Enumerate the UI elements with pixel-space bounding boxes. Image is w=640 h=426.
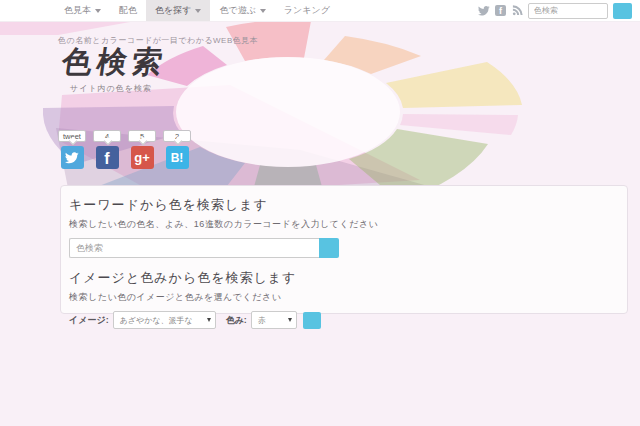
tone-select-label: 色み: — [226, 314, 247, 327]
googleplus-share-button[interactable]: g+ — [131, 146, 154, 169]
twitter-share-button[interactable] — [61, 146, 84, 169]
nav-item-color-schemes[interactable]: 配色 — [110, 0, 146, 21]
keyword-search-input[interactable] — [69, 238, 319, 258]
hatena-share-button[interactable]: B! — [166, 146, 189, 169]
hatena-count-bubble[interactable]: 2 — [163, 130, 191, 142]
twitter-bird-icon — [65, 152, 79, 164]
share-widget-googleplus: 5 g+ — [128, 130, 156, 169]
nav-spacer — [339, 0, 478, 21]
nav-item-ranking[interactable]: ランキング — [275, 0, 339, 21]
googleplus-count-bubble[interactable]: 5 — [128, 130, 156, 142]
keyword-input-group — [69, 238, 617, 258]
search-card: キーワードから色を検索します 検索したい色の色名、よみ、16進数のカラーコードを… — [60, 185, 628, 314]
nav-menu: 色見本 配色 色を探す 色で遊ぶ ランキング — [55, 0, 339, 21]
nav-item-color-samples[interactable]: 色見本 — [55, 0, 110, 21]
nav-item-label: ランキング — [284, 4, 330, 17]
top-navbar: 色見本 配色 色を探す 色で遊ぶ ランキング f — [0, 0, 640, 22]
keyword-search-button[interactable] — [319, 238, 339, 258]
nav-item-label: 色で遊ぶ — [219, 4, 255, 17]
site-logo[interactable]: 色検索 — [59, 42, 170, 83]
nav-item-label: 色見本 — [64, 4, 91, 17]
chevron-down-icon — [95, 9, 101, 13]
twitter-icon[interactable] — [478, 5, 490, 17]
image-select-value: あざやかな、派手な — [120, 315, 193, 326]
pinwheel-center — [176, 57, 400, 167]
tone-select[interactable]: 赤 — [251, 311, 297, 329]
nav-search-button[interactable] — [613, 3, 632, 19]
image-select-label: イメージ: — [69, 314, 109, 327]
petal-pale-pink — [400, 114, 518, 135]
facebook-icon[interactable]: f — [495, 5, 506, 16]
chevron-down-icon — [260, 9, 266, 13]
image-select[interactable]: あざやかな、派手な — [113, 311, 216, 329]
tone-select-value: 赤 — [258, 315, 266, 326]
share-widget-hatena: 2 B! — [163, 130, 191, 169]
nav-item-find-colors[interactable]: 色を探す — [146, 0, 210, 21]
share-widget-twitter: tweet — [58, 130, 86, 169]
rss-icon[interactable] — [511, 5, 523, 17]
nav-item-play-with-colors[interactable]: 色で遊ぶ — [210, 0, 274, 21]
image-search-description: 検索したい色のイメージと色みを選んでください — [69, 291, 617, 304]
facebook-count-bubble[interactable]: 4 — [93, 130, 121, 142]
share-row: tweet 4 f 5 g+ 2 B! — [58, 130, 191, 169]
pink-band-shape — [0, 22, 130, 35]
image-search-heading: イメージと色みから色を検索します — [69, 269, 617, 287]
facebook-share-button[interactable]: f — [96, 146, 119, 169]
nav-item-label: 色を探す — [155, 4, 191, 17]
share-widget-facebook: 4 f — [93, 130, 121, 169]
page: 色見本 配色 色を探す 色で遊ぶ ランキング f — [0, 0, 640, 426]
tweet-count-bubble[interactable]: tweet — [58, 130, 86, 142]
petal-yellow — [386, 62, 522, 108]
image-search-button[interactable] — [303, 312, 321, 329]
site-subtitle: サイト内の色を検索 — [70, 83, 152, 94]
image-search-controls: イメージ: あざやかな、派手な 色み: 赤 — [69, 311, 617, 329]
keyword-search-description: 検索したい色の色名、よみ、16進数のカラーコードを入力してください — [69, 218, 617, 231]
nav-search-input[interactable] — [528, 3, 608, 19]
select-arrow-icon — [207, 318, 211, 322]
nav-right: f — [478, 0, 632, 21]
keyword-search-heading: キーワードから色を検索します — [69, 196, 617, 214]
chevron-down-icon — [195, 9, 201, 13]
select-arrow-icon — [288, 318, 292, 322]
nav-item-label: 配色 — [119, 4, 137, 17]
